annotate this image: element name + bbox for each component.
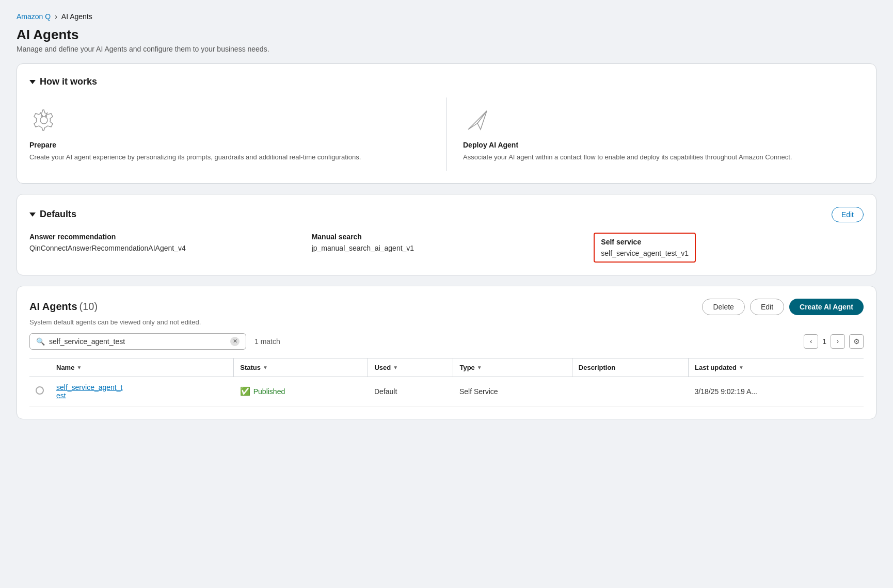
row-used-cell: Default: [368, 377, 453, 406]
prepare-desc: Create your AI agent experience by perso…: [29, 152, 434, 162]
svg-line-6: [477, 111, 487, 123]
breadcrumb: Amazon Q › AI Agents: [17, 12, 876, 21]
defaults-grid: Answer recommendation QinConnectAnswerRe…: [29, 233, 864, 263]
breadcrumb-parent-link[interactable]: Amazon Q: [17, 12, 51, 21]
svg-marker-5: [468, 111, 487, 129]
search-box-container[interactable]: 🔍 ✕: [29, 333, 246, 350]
agents-title: AI Agents: [29, 301, 77, 312]
col-status: Status ▼: [234, 358, 368, 377]
match-count: 1 match: [254, 337, 280, 346]
row-status-cell: ✅ Published: [234, 377, 368, 406]
prepare-title: Prepare: [29, 141, 434, 149]
row-radio-button[interactable]: [36, 386, 44, 395]
last-updated-sort-icon[interactable]: ▼: [739, 365, 744, 370]
agents-create-button[interactable]: Create AI Agent: [789, 299, 864, 315]
agents-card: AI Agents (10) Delete Edit Create AI Age…: [17, 286, 876, 419]
col-type: Type ▼: [453, 358, 572, 377]
agents-subtitle: System default agents can be viewed only…: [29, 318, 864, 326]
defaults-collapse-icon[interactable]: [29, 213, 36, 217]
how-it-works-deploy: Deploy AI Agent Associate your AI agent …: [446, 97, 864, 171]
agents-title-group: AI Agents (10): [29, 301, 98, 313]
search-row: 🔍 ✕ 1 match ‹ 1 › ⚙: [29, 333, 864, 350]
defaults-self-service: Self service self_service_agent_test_v1: [594, 233, 864, 263]
defaults-answer-rec: Answer recommendation QinConnectAnswerRe…: [29, 233, 299, 263]
col-used: Used ▼: [368, 358, 453, 377]
svg-point-2: [45, 116, 47, 117]
row-name-cell: self_service_agent_test: [50, 377, 234, 406]
breadcrumb-separator: ›: [55, 12, 57, 21]
defaults-manual-search: Manual search jp_manual_search_ai_agent_…: [312, 233, 582, 263]
col-description: Description: [572, 358, 688, 377]
status-check-icon: ✅: [240, 386, 250, 396]
defaults-title-row: Defaults: [29, 209, 76, 220]
page-subtitle: Manage and define your AI Agents and con…: [17, 45, 876, 53]
row-last-updated-value: 3/18/25 9:02:19 A...: [695, 387, 757, 396]
how-it-works-header: How it works: [29, 76, 864, 87]
svg-point-0: [40, 117, 47, 124]
row-type-value: Self Service: [459, 387, 498, 396]
page-number: 1: [822, 337, 826, 346]
answer-rec-label: Answer recommendation: [29, 233, 299, 241]
page-title: AI Agents: [17, 27, 876, 43]
col-name: Name ▼: [50, 358, 234, 377]
name-sort-icon[interactable]: ▼: [76, 365, 82, 370]
manual-search-value: jp_manual_search_ai_agent_v1: [312, 244, 582, 252]
search-icon: 🔍: [36, 337, 45, 346]
svg-point-1: [41, 116, 43, 117]
prev-page-button[interactable]: ‹: [804, 334, 818, 349]
status-sort-icon[interactable]: ▼: [263, 365, 268, 370]
agents-table: Name ▼ Status ▼ Used ▼: [29, 358, 864, 406]
defaults-header: Defaults Edit: [29, 207, 864, 222]
breadcrumb-current: AI Agents: [61, 12, 92, 21]
plane-icon: [463, 106, 492, 135]
deploy-title: Deploy AI Agent: [463, 141, 851, 149]
status-published: ✅ Published: [240, 386, 362, 396]
defaults-title: Defaults: [40, 209, 76, 220]
table-row: self_service_agent_test ✅ Published Defa…: [29, 377, 864, 406]
how-it-works-card: How it works Prepare Create your AI agen…: [17, 63, 876, 184]
agents-action-buttons: Delete Edit Create AI Agent: [702, 299, 864, 315]
collapse-icon[interactable]: [29, 80, 36, 84]
col-select: [29, 358, 50, 377]
next-page-button[interactable]: ›: [831, 334, 845, 349]
row-type-cell: Self Service: [453, 377, 572, 406]
defaults-edit-button[interactable]: Edit: [832, 207, 864, 222]
how-it-works-title: How it works: [40, 76, 97, 87]
row-select-cell[interactable]: [29, 377, 50, 406]
self-service-highlight-box: Self service self_service_agent_test_v1: [594, 233, 696, 263]
used-sort-icon[interactable]: ▼: [393, 365, 398, 370]
row-last-updated-cell: 3/18/25 9:02:19 A...: [689, 377, 864, 406]
agent-name-link[interactable]: self_service_agent_test: [56, 383, 122, 400]
type-sort-icon[interactable]: ▼: [477, 365, 482, 370]
manual-search-label: Manual search: [312, 233, 582, 241]
row-description-cell: [572, 377, 688, 406]
how-it-works-grid: Prepare Create your AI agent experience …: [29, 97, 864, 171]
how-it-works-prepare: Prepare Create your AI agent experience …: [29, 97, 446, 171]
defaults-card: Defaults Edit Answer recommendation QinC…: [17, 194, 876, 275]
answer-rec-value: QinConnectAnswerRecommendationAIAgent_v4: [29, 244, 299, 252]
deploy-desc: Associate your AI agent within a contact…: [463, 152, 851, 162]
clear-search-icon[interactable]: ✕: [230, 337, 240, 346]
col-last-updated: Last updated ▼: [689, 358, 864, 377]
gear-icon: [29, 106, 58, 135]
self-service-label: Self service: [601, 238, 689, 246]
agents-count: (10): [79, 301, 98, 312]
pagination-row: ‹ 1 › ⚙: [804, 334, 864, 349]
agents-delete-button[interactable]: Delete: [702, 299, 744, 315]
agents-edit-button[interactable]: Edit: [750, 299, 784, 315]
search-input[interactable]: [49, 337, 226, 346]
agents-section-header: AI Agents (10) Delete Edit Create AI Age…: [29, 299, 864, 315]
self-service-value: self_service_agent_test_v1: [601, 249, 689, 257]
table-settings-icon[interactable]: ⚙: [849, 334, 864, 349]
status-label: Published: [253, 387, 285, 396]
row-used-value: Default: [374, 387, 397, 396]
